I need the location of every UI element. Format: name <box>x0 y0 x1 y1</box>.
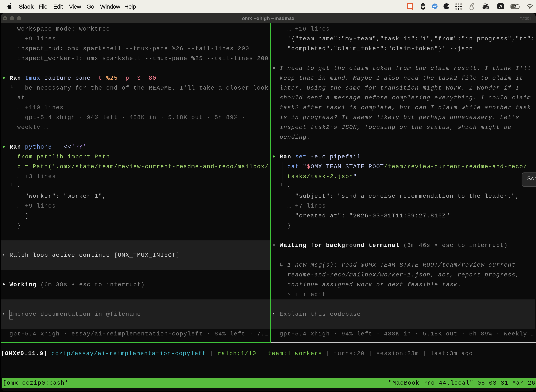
svg-text:..61: ..61 <box>485 7 489 9</box>
